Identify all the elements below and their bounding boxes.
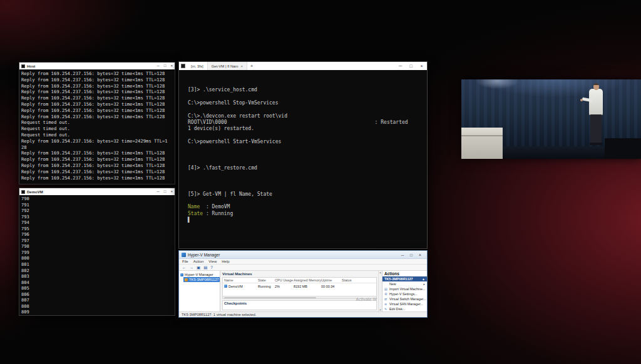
action-item-icon: ⇄ [384,297,388,301]
terminal-line: Reply from 169.254.237.156: bytes=32 tim… [21,101,173,108]
hyperv-statusbar: TK5-3MP08R1127: 1 virtual machine select… [179,311,427,317]
window-controls: ─ □ × [157,63,173,69]
close-icon[interactable]: × [170,63,173,69]
toolbar-icon[interactable]: ? [210,265,213,271]
scroll-up-icon[interactable]: ▲ [379,271,382,274]
scroll-down-icon[interactable]: ▼ [379,308,382,311]
demovm-terminal-window: DemoVM ─ □ × 790791792793794795796797798… [19,188,175,316]
action-item-icon: ✎ [384,307,388,311]
console-app-icon [181,64,185,68]
action-item[interactable]: New▸ [382,281,427,286]
menu-file[interactable]: File [182,260,188,263]
demovm-terminal-output[interactable]: 7907917927937947957967977987998008018028… [19,195,175,315]
terminal-line [188,171,427,178]
hyperv-titlebar[interactable]: Hyper-V Manager ─ □ × [179,251,427,259]
collapse-chevron-icon[interactable]: ▲ [422,277,425,281]
col-name[interactable]: Name [224,278,258,282]
col-status[interactable]: Status [342,278,375,282]
terminal-line: Reply from 169.254.237.156: bytes=32 tim… [21,138,173,144]
vertical-scrollbar[interactable]: ▲ ▼ [378,271,382,311]
terminal-line: 797 [21,238,173,245]
close-icon[interactable]: × [416,62,427,70]
terminal-line: 804 [21,280,173,286]
col-state[interactable]: State [258,278,275,282]
terminal-line: 795 [21,226,173,233]
terminal-line: Reply from 169.254.237.156: bytes=32 tim… [21,163,173,169]
minimize-icon[interactable]: ─ [395,62,406,70]
menu-view[interactable]: View [208,260,217,263]
toolbar-icon[interactable]: ← [182,265,187,271]
terminal-line [188,93,427,99]
terminal-line: Reply from 169.254.237.156: bytes=32 tim… [21,150,173,156]
menu-action[interactable]: Action [193,260,204,263]
maximize-icon[interactable]: □ [407,251,416,259]
main-terminal-output[interactable]: [3]> .\service_host.cmd C:\>powershell S… [179,70,427,248]
action-item[interactable]: ⚙Hyper-V Settings... [382,291,427,296]
action-item-label: Import Virtual Machine... [389,287,425,291]
close-icon[interactable]: × [416,251,424,259]
checkpoints-panel: Checkpoints [222,300,377,310]
hyperv-window-title: Hyper-V Manager [188,253,220,257]
maximize-icon[interactable]: □ [164,188,167,195]
actions-pane: Actions TK5-3MP08R1127 ▲ New▸▤Import Vir… [382,271,427,311]
col-cpu[interactable]: CPU Usage [275,278,294,282]
main-terminal-titlebar[interactable]: [m, 3fs] Get-VM | fl Nam × + ─ □ × [179,62,427,70]
tree-item-host[interactable]: TK5-3MP08R1127 [183,277,220,282]
scrollbar-thumb[interactable] [224,297,316,298]
col-uptime[interactable]: Uptime [321,278,342,282]
terminal-tab-2-label: Get-VM | fl Nam [212,64,238,68]
vm-name: DemoVM [228,285,243,288]
terminal-text-span: Name [188,204,206,210]
tree-host-label: TK5-3MP08R1127 [189,278,219,281]
hyperv-manager-window: Hyper-V Manager ─ □ × File Action View H… [178,250,428,318]
minimize-icon[interactable]: ─ [157,63,160,69]
menu-help[interactable]: Help [222,260,229,263]
vm-row-demovm[interactable]: DemoVM Running 2% 8192 MB 00:00:34 [223,283,376,289]
terminal-text-span: State [188,211,206,216]
toolbar-icon[interactable]: → [190,265,194,271]
horizontal-scrollbar[interactable] [223,296,376,298]
maximize-icon[interactable]: □ [164,63,167,69]
host-terminal-window: Host ─ □ × Reply from 169.254.237.156: b… [19,62,175,185]
minimize-icon[interactable]: ─ [157,188,160,195]
tab-close-icon[interactable]: × [241,64,244,68]
terminal-line: Request timed out. [21,119,173,126]
vm-list-header: Name State CPU Usage Assigned Memory Upt… [223,278,376,283]
tree-item-root[interactable]: Hyper-V Manager [179,272,220,277]
vm-icon [224,285,227,288]
hyperv-toolbar: ←→▣▤? [179,265,427,271]
terminal-line [188,152,427,158]
host-terminal-output[interactable]: Reply from 169.254.237.156: bytes=32 tim… [19,69,175,184]
podium [461,128,503,159]
presenter-hand [580,99,583,101]
terminal-line [188,198,427,204]
hyperv-main-area: Hyper-V Manager TK5-3MP08R1127 Virtual M… [179,271,427,311]
terminal-line [188,158,427,164]
toolbar-icon[interactable]: ▤ [203,265,207,271]
action-item[interactable]: ≋Virtual SAN Manager... [382,301,427,306]
terminal-line: Reply from 169.254.237.156: bytes=32 tim… [21,77,173,83]
close-icon[interactable]: × [170,188,173,195]
presenter-shoes [590,143,602,145]
minimize-icon[interactable]: ─ [398,251,407,259]
maximize-icon[interactable]: □ [406,62,416,70]
terminal-tab-2[interactable]: Get-VM | fl Nam × [208,62,247,70]
action-item[interactable]: ▤Import Virtual Machine... [382,286,427,291]
host-terminal-titlebar[interactable]: Host ─ □ × [19,63,175,69]
terminal-line: 793 [21,215,173,221]
virtual-machines-panel-title: Virtual Machines [222,272,377,276]
toolbar-icon[interactable]: ▣ [197,265,200,271]
terminal-tab-1[interactable]: [m, 3fs] [187,62,208,70]
terminal-line: C:\>.\devcon.exe restart root\vid [188,113,427,119]
terminal-line: [3]> .\service_host.cmd [188,87,427,93]
actions-host-header[interactable]: TK5-3MP08R1127 ▲ [382,276,427,281]
terminal-line: State : Running [188,211,427,217]
action-item[interactable]: ✎Edit Disk... [382,306,427,311]
terminal-line: [4]> .\fast_restore.cmd [188,165,427,171]
new-tab-button[interactable]: + [247,62,256,70]
action-item[interactable]: ⇄Virtual Switch Manager... [382,296,427,301]
action-item-label: New [389,282,396,286]
col-memory[interactable]: Assigned Memory [294,278,321,282]
demovm-terminal-titlebar[interactable]: DemoVM ─ □ × [19,188,175,195]
terminal-tab-1-label: [m, 3fs] [191,64,203,68]
